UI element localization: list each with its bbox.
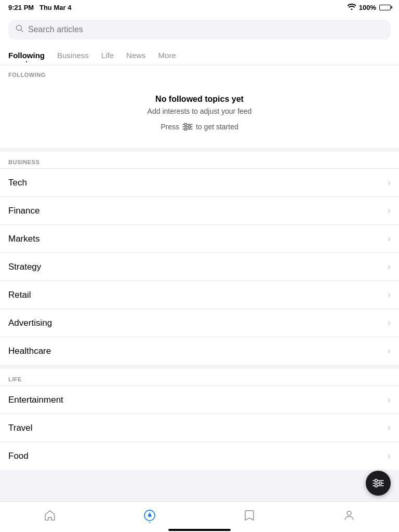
svg-point-15 <box>347 511 351 515</box>
tab-life[interactable]: Life <box>101 45 114 65</box>
press-hint: Press to get started <box>8 123 391 131</box>
home-indicator-bar <box>168 529 231 531</box>
scroll-area: FOLLOWING No followed topics yet Add int… <box>0 65 399 516</box>
svg-point-5 <box>188 126 191 128</box>
chevron-right-icon: › <box>388 317 391 328</box>
svg-point-14 <box>148 514 151 517</box>
empty-subtitle: Add interests to adjust your feed <box>8 107 391 115</box>
list-item[interactable]: Entertainment › <box>0 385 399 414</box>
search-bar[interactable] <box>8 20 391 39</box>
tab-navigation: Following Business Life News More <box>0 45 399 65</box>
filter-icon <box>182 123 193 131</box>
svg-point-4 <box>184 123 187 126</box>
battery-icon <box>379 5 391 10</box>
status-indicators: 100% <box>348 4 391 11</box>
list-item[interactable]: Tech › <box>0 168 399 196</box>
home-indicator <box>0 527 399 532</box>
item-label: Entertainment <box>8 395 63 405</box>
svg-point-12 <box>375 485 378 487</box>
item-label: Food <box>8 451 29 461</box>
item-label: Finance <box>8 206 39 216</box>
tab-following[interactable]: Following <box>8 45 45 65</box>
item-label: Markets <box>8 234 39 244</box>
bottom-nav-home[interactable] <box>33 507 66 524</box>
fab-filter-button[interactable] <box>366 471 391 496</box>
chevron-right-icon: › <box>388 261 391 272</box>
bottom-navigation <box>0 501 399 532</box>
search-icon <box>16 24 24 35</box>
list-item[interactable]: Strategy › <box>0 252 399 281</box>
item-label: Tech <box>8 178 27 188</box>
bottom-nav-profile[interactable] <box>332 507 366 524</box>
search-container <box>0 15 399 45</box>
svg-point-10 <box>375 480 378 482</box>
list-item[interactable]: Food › <box>0 442 399 470</box>
business-header: BUSINESS <box>0 152 399 168</box>
section-divider-1 <box>0 148 399 152</box>
bottom-nav-topics[interactable] <box>133 507 166 524</box>
bottom-nav-saved[interactable] <box>233 507 266 524</box>
list-item[interactable]: Healthcare › <box>0 337 399 365</box>
item-label: Advertising <box>8 318 52 328</box>
following-label: FOLLOWING <box>8 72 391 78</box>
chevron-right-icon: › <box>388 289 391 300</box>
topics-icon <box>143 509 156 522</box>
svg-point-11 <box>379 482 382 485</box>
following-section: FOLLOWING No followed topics yet Add int… <box>0 65 399 148</box>
list-item[interactable]: Advertising › <box>0 309 399 337</box>
chevron-right-icon: › <box>388 422 391 433</box>
empty-title: No followed topics yet <box>8 95 391 104</box>
profile-icon <box>343 509 355 522</box>
svg-point-6 <box>184 128 187 130</box>
life-header: LIFE <box>0 369 399 385</box>
home-icon <box>44 509 56 522</box>
life-section: LIFE Entertainment › Travel › Food › <box>0 369 399 470</box>
following-empty-state: No followed topics yet Add interests to … <box>8 80 391 148</box>
battery-percentage: 100% <box>359 4 376 11</box>
business-section: BUSINESS Tech › Finance › Markets › Stra… <box>0 152 399 365</box>
chevron-right-icon: › <box>388 205 391 216</box>
chevron-right-icon: › <box>388 394 391 405</box>
tab-more[interactable]: More <box>158 45 176 65</box>
item-label: Strategy <box>8 262 41 272</box>
status-bar: 9:21 PM Thu Mar 4 100% <box>0 0 399 15</box>
tab-business[interactable]: Business <box>57 45 89 65</box>
chevron-right-icon: › <box>388 450 391 461</box>
chevron-right-icon: › <box>388 345 391 356</box>
item-label: Travel <box>8 423 33 433</box>
bookmark-icon <box>243 509 256 522</box>
list-item[interactable]: Retail › <box>0 281 399 309</box>
chevron-right-icon: › <box>388 177 391 188</box>
wifi-icon <box>348 4 356 11</box>
search-input[interactable] <box>28 25 383 34</box>
status-time-date: 9:21 PM Thu Mar 4 <box>8 4 71 11</box>
bottom-nav-items <box>0 502 399 527</box>
chevron-right-icon: › <box>388 233 391 244</box>
list-item[interactable]: Finance › <box>0 196 399 224</box>
list-item[interactable]: Travel › <box>0 414 399 442</box>
item-label: Retail <box>8 290 31 300</box>
list-item[interactable]: Markets › <box>0 224 399 252</box>
section-divider-2 <box>0 365 399 369</box>
tab-news[interactable]: News <box>126 45 146 65</box>
item-label: Healthcare <box>8 346 51 356</box>
